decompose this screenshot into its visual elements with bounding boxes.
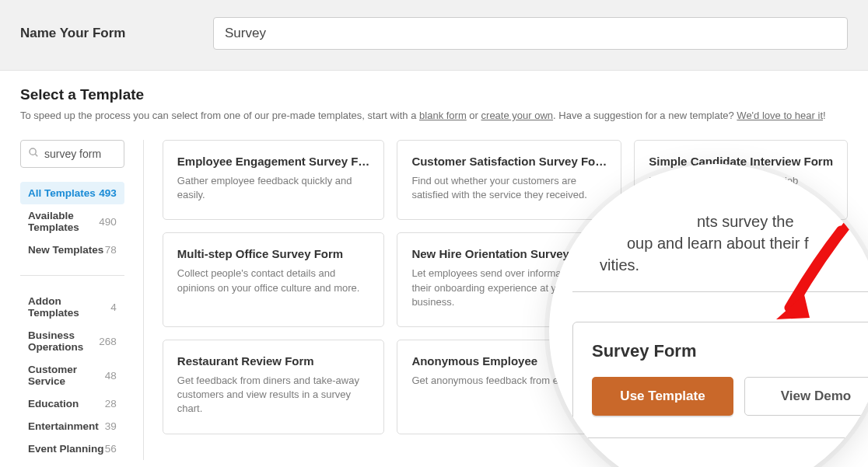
form-name-input[interactable]	[213, 17, 848, 50]
sidebar: All Templates493Available Templates490Ne…	[20, 140, 144, 460]
sidebar-category-item[interactable]: Addon Templates4	[20, 290, 124, 324]
sidebar-category-item[interactable]: New Templates78	[20, 239, 124, 261]
category-count: 493	[99, 187, 117, 199]
category-label: Education	[28, 398, 79, 409]
template-card-description: Collect people's contact details and opi…	[177, 267, 370, 294]
zoom-divider	[572, 291, 868, 292]
blank-form-link[interactable]: blank form	[419, 110, 467, 121]
category-count: 4	[110, 301, 117, 313]
category-count: 39	[105, 420, 117, 432]
sidebar-category-item[interactable]: Business Operations268	[20, 324, 124, 358]
category-count: 490	[99, 216, 117, 228]
category-count: 56	[105, 443, 117, 455]
template-card[interactable]: Customer Satisfaction Survey Fo…Find out…	[397, 140, 621, 220]
select-template-title: Select a Template	[20, 86, 848, 103]
template-card-title: Employee Engagement Survey F…	[177, 155, 370, 168]
sidebar-category-item[interactable]: Entertainment39	[20, 415, 124, 437]
template-card-description: Gather employee feedback quickly and eas…	[177, 174, 370, 202]
category-list-secondary: Addon Templates4Business Operations268Cu…	[20, 290, 124, 460]
search-icon	[28, 147, 39, 161]
search-wrapper	[20, 140, 124, 168]
sidebar-category-item[interactable]: Education28	[20, 392, 124, 415]
sidebar-divider	[20, 275, 124, 276]
template-card-description: Get feedback from diners and take-away c…	[177, 374, 370, 416]
sidebar-category-item[interactable]: All Templates493	[20, 182, 124, 204]
sidebar-category-item[interactable]: Available Templates490	[20, 204, 124, 239]
svg-line-1	[35, 154, 37, 156]
template-card-title: Customer Satisfaction Survey Fo…	[411, 155, 607, 168]
select-template-subtitle: To speed up the process you can select f…	[20, 110, 848, 121]
category-label: Event Planning	[28, 443, 104, 455]
template-card[interactable]: Employee Engagement Survey F…Gather empl…	[163, 140, 385, 220]
category-label: All Templates	[28, 187, 96, 199]
select-template-section: Select a Template To speed up the proces…	[0, 71, 868, 126]
category-label: Customer Service	[28, 364, 105, 387]
create-your-own-link[interactable]: create your own	[481, 110, 554, 121]
template-card[interactable]: Restaurant Review FormGet feedback from …	[163, 340, 385, 434]
template-card-description: Find out whether your customers are sati…	[411, 174, 607, 202]
name-form-bar: Name Your Form	[0, 0, 868, 71]
category-label: Addon Templates	[28, 295, 110, 319]
category-label: Available Templates	[28, 210, 99, 233]
category-label: New Templates	[28, 244, 103, 256]
sidebar-category-item[interactable]: Customer Service48	[20, 358, 124, 392]
category-count: 28	[105, 398, 117, 409]
view-demo-button[interactable]: View Demo	[744, 377, 868, 416]
category-count: 268	[99, 336, 117, 347]
template-card-title: Multi-step Office Survey Form	[177, 247, 370, 260]
category-count: 78	[105, 244, 117, 256]
category-label: Entertainment	[28, 420, 99, 432]
zoom-card-title: Survey Form	[592, 341, 868, 361]
template-card[interactable]: Multi-step Office Survey FormCollect peo…	[163, 232, 385, 327]
template-card-title: Restaurant Review Form	[177, 354, 370, 368]
suggestion-link[interactable]: We'd love to hear it	[737, 110, 823, 121]
use-template-button[interactable]: Use Template	[592, 377, 733, 416]
category-count: 48	[105, 370, 117, 382]
category-list-primary: All Templates493Available Templates490Ne…	[20, 182, 124, 261]
zoom-snippet: nts survey the oup and learn about their…	[549, 211, 868, 276]
zoom-template-card: Survey Form Use Template View Demo	[572, 322, 868, 438]
name-form-label: Name Your Form	[20, 26, 213, 41]
svg-point-0	[30, 148, 36, 155]
sidebar-category-item[interactable]: Event Planning56	[20, 437, 124, 460]
category-label: Business Operations	[28, 329, 99, 353]
